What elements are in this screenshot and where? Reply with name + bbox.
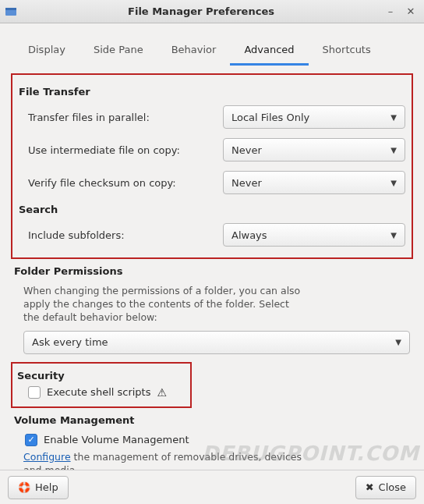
- label-intermediate: Use intermediate file on copy:: [28, 144, 223, 156]
- combo-folder-permissions[interactable]: Ask every time ▼: [23, 331, 410, 354]
- combo-checksum-value: Never: [231, 177, 390, 189]
- help-button-label: Help: [35, 481, 58, 493]
- window-title: File Manager Preferences: [23, 5, 379, 17]
- tab-behavior[interactable]: Behavior: [157, 37, 231, 66]
- warning-icon: ⚠: [157, 386, 168, 399]
- app-icon: [5, 5, 17, 18]
- combo-intermediate-value: Never: [231, 144, 390, 156]
- section-volume-management: Volume Management Enable Volume Manageme…: [11, 414, 413, 477]
- close-window-button[interactable]: ✕: [402, 3, 419, 20]
- section-security-title: Security: [17, 370, 184, 382]
- content-area: File Transfer Transfer files in parallel…: [0, 66, 424, 484]
- section-folder-permissions: Folder Permissions When changing the per…: [11, 265, 413, 354]
- combo-checksum[interactable]: Never ▼: [223, 171, 405, 194]
- label-transfer-parallel: Transfer files in parallel:: [28, 112, 223, 123]
- combo-subfolders-value: Always: [231, 229, 390, 241]
- highlight-file-transfer-search: File Transfer Transfer files in parallel…: [11, 73, 413, 259]
- checkbox-execute-scripts[interactable]: [28, 386, 41, 399]
- close-button-label: Close: [379, 481, 406, 493]
- label-subfolders: Include subfolders:: [28, 229, 223, 241]
- row-enable-volume: Enable Volume Management: [25, 434, 410, 446]
- row-checksum: Verify file checksum on copy: Never ▼: [28, 171, 405, 194]
- tabstrip: Display Side Pane Behavior Advanced Shor…: [0, 23, 424, 66]
- section-file-transfer-title: File Transfer: [19, 86, 405, 98]
- label-execute-scripts: Execute shell scripts: [47, 386, 151, 398]
- help-button[interactable]: 🛟 Help: [8, 476, 69, 499]
- close-button[interactable]: ✖ Close: [355, 476, 416, 499]
- section-volume-title: Volume Management: [14, 414, 410, 426]
- chevron-down-icon: ▼: [390, 113, 397, 122]
- tab-advanced[interactable]: Advanced: [230, 37, 308, 66]
- row-transfer-parallel: Transfer files in parallel: Local Files …: [28, 105, 405, 129]
- label-checksum: Verify file checksum on copy:: [28, 177, 223, 189]
- titlebar: File Manager Preferences – ✕: [0, 0, 424, 23]
- chevron-down-icon: ▼: [390, 179, 397, 187]
- close-icon: ✖: [366, 481, 374, 493]
- section-folder-permissions-title: Folder Permissions: [14, 265, 410, 277]
- svg-rect-1: [5, 8, 16, 10]
- combo-transfer-parallel[interactable]: Local Files Only ▼: [223, 105, 405, 129]
- combo-folder-permissions-value: Ask every time: [32, 336, 395, 348]
- row-subfolders: Include subfolders: Always ▼: [28, 223, 405, 247]
- chevron-down-icon: ▼: [390, 231, 397, 240]
- help-icon: 🛟: [18, 481, 30, 493]
- row-execute-scripts: Execute shell scripts ⚠: [28, 386, 184, 399]
- checkbox-enable-volume[interactable]: [25, 434, 37, 446]
- highlight-security: Security Execute shell scripts ⚠: [11, 362, 192, 408]
- chevron-down-icon: ▼: [390, 146, 397, 154]
- label-enable-volume: Enable Volume Management: [44, 434, 189, 445]
- row-intermediate: Use intermediate file on copy: Never ▼: [28, 138, 405, 161]
- tab-side-pane[interactable]: Side Pane: [80, 37, 157, 66]
- tab-shortcuts[interactable]: Shortcuts: [309, 37, 385, 66]
- combo-transfer-parallel-value: Local Files Only: [231, 112, 390, 123]
- combo-subfolders[interactable]: Always ▼: [223, 223, 405, 247]
- section-search-title: Search: [19, 204, 405, 215]
- combo-intermediate[interactable]: Never ▼: [223, 138, 405, 161]
- folder-permissions-desc: When changing the permissions of a folde…: [23, 285, 304, 325]
- tab-display[interactable]: Display: [14, 37, 80, 66]
- minimize-button[interactable]: –: [382, 3, 399, 20]
- chevron-down-icon: ▼: [395, 338, 401, 346]
- configure-link[interactable]: Configure: [23, 451, 71, 463]
- footer: 🛟 Help ✖ Close: [0, 470, 424, 504]
